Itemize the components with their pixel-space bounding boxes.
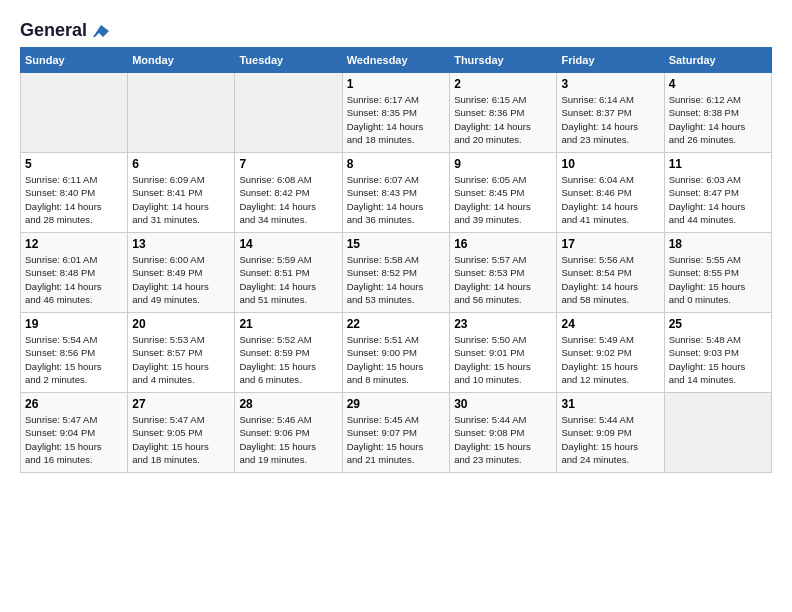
calendar-table: SundayMondayTuesdayWednesdayThursdayFrid…: [20, 47, 772, 473]
day-info: Sunrise: 6:00 AM Sunset: 8:49 PM Dayligh…: [132, 253, 230, 306]
header-row: SundayMondayTuesdayWednesdayThursdayFrid…: [21, 48, 772, 73]
day-number: 7: [239, 157, 337, 171]
day-info: Sunrise: 5:56 AM Sunset: 8:54 PM Dayligh…: [561, 253, 659, 306]
day-number: 29: [347, 397, 445, 411]
day-info: Sunrise: 6:11 AM Sunset: 8:40 PM Dayligh…: [25, 173, 123, 226]
day-cell-4: 4Sunrise: 6:12 AM Sunset: 8:38 PM Daylig…: [664, 73, 771, 153]
empty-cell: [128, 73, 235, 153]
day-cell-9: 9Sunrise: 6:05 AM Sunset: 8:45 PM Daylig…: [450, 153, 557, 233]
day-cell-28: 28Sunrise: 5:46 AM Sunset: 9:06 PM Dayli…: [235, 393, 342, 473]
day-number: 4: [669, 77, 767, 91]
day-header-friday: Friday: [557, 48, 664, 73]
day-info: Sunrise: 5:51 AM Sunset: 9:00 PM Dayligh…: [347, 333, 445, 386]
day-info: Sunrise: 5:49 AM Sunset: 9:02 PM Dayligh…: [561, 333, 659, 386]
day-cell-31: 31Sunrise: 5:44 AM Sunset: 9:09 PM Dayli…: [557, 393, 664, 473]
day-cell-25: 25Sunrise: 5:48 AM Sunset: 9:03 PM Dayli…: [664, 313, 771, 393]
day-info: Sunrise: 6:05 AM Sunset: 8:45 PM Dayligh…: [454, 173, 552, 226]
day-cell-1: 1Sunrise: 6:17 AM Sunset: 8:35 PM Daylig…: [342, 73, 449, 153]
day-cell-20: 20Sunrise: 5:53 AM Sunset: 8:57 PM Dayli…: [128, 313, 235, 393]
day-info: Sunrise: 6:09 AM Sunset: 8:41 PM Dayligh…: [132, 173, 230, 226]
day-number: 13: [132, 237, 230, 251]
day-info: Sunrise: 6:01 AM Sunset: 8:48 PM Dayligh…: [25, 253, 123, 306]
day-cell-21: 21Sunrise: 5:52 AM Sunset: 8:59 PM Dayli…: [235, 313, 342, 393]
day-number: 20: [132, 317, 230, 331]
day-number: 19: [25, 317, 123, 331]
day-cell-14: 14Sunrise: 5:59 AM Sunset: 8:51 PM Dayli…: [235, 233, 342, 313]
day-info: Sunrise: 6:03 AM Sunset: 8:47 PM Dayligh…: [669, 173, 767, 226]
empty-cell: [21, 73, 128, 153]
day-header-saturday: Saturday: [664, 48, 771, 73]
day-cell-13: 13Sunrise: 6:00 AM Sunset: 8:49 PM Dayli…: [128, 233, 235, 313]
day-info: Sunrise: 5:44 AM Sunset: 9:09 PM Dayligh…: [561, 413, 659, 466]
day-number: 21: [239, 317, 337, 331]
day-number: 9: [454, 157, 552, 171]
day-info: Sunrise: 5:58 AM Sunset: 8:52 PM Dayligh…: [347, 253, 445, 306]
day-number: 15: [347, 237, 445, 251]
empty-cell: [664, 393, 771, 473]
day-info: Sunrise: 5:59 AM Sunset: 8:51 PM Dayligh…: [239, 253, 337, 306]
day-info: Sunrise: 6:07 AM Sunset: 8:43 PM Dayligh…: [347, 173, 445, 226]
day-number: 3: [561, 77, 659, 91]
day-cell-15: 15Sunrise: 5:58 AM Sunset: 8:52 PM Dayli…: [342, 233, 449, 313]
day-info: Sunrise: 5:54 AM Sunset: 8:56 PM Dayligh…: [25, 333, 123, 386]
day-cell-18: 18Sunrise: 5:55 AM Sunset: 8:55 PM Dayli…: [664, 233, 771, 313]
day-cell-5: 5Sunrise: 6:11 AM Sunset: 8:40 PM Daylig…: [21, 153, 128, 233]
day-number: 2: [454, 77, 552, 91]
week-row-1: 1Sunrise: 6:17 AM Sunset: 8:35 PM Daylig…: [21, 73, 772, 153]
day-number: 28: [239, 397, 337, 411]
day-number: 31: [561, 397, 659, 411]
logo-bird-icon: [89, 23, 111, 39]
day-cell-23: 23Sunrise: 5:50 AM Sunset: 9:01 PM Dayli…: [450, 313, 557, 393]
day-number: 18: [669, 237, 767, 251]
day-number: 25: [669, 317, 767, 331]
day-number: 12: [25, 237, 123, 251]
day-number: 24: [561, 317, 659, 331]
day-number: 1: [347, 77, 445, 91]
day-cell-22: 22Sunrise: 5:51 AM Sunset: 9:00 PM Dayli…: [342, 313, 449, 393]
day-cell-6: 6Sunrise: 6:09 AM Sunset: 8:41 PM Daylig…: [128, 153, 235, 233]
week-row-2: 5Sunrise: 6:11 AM Sunset: 8:40 PM Daylig…: [21, 153, 772, 233]
day-cell-2: 2Sunrise: 6:15 AM Sunset: 8:36 PM Daylig…: [450, 73, 557, 153]
day-info: Sunrise: 6:15 AM Sunset: 8:36 PM Dayligh…: [454, 93, 552, 146]
week-row-4: 19Sunrise: 5:54 AM Sunset: 8:56 PM Dayli…: [21, 313, 772, 393]
day-cell-3: 3Sunrise: 6:14 AM Sunset: 8:37 PM Daylig…: [557, 73, 664, 153]
day-number: 22: [347, 317, 445, 331]
day-header-wednesday: Wednesday: [342, 48, 449, 73]
logo: General: [20, 20, 111, 37]
day-number: 16: [454, 237, 552, 251]
logo-text-general: General: [20, 20, 87, 41]
day-number: 8: [347, 157, 445, 171]
svg-marker-0: [93, 25, 109, 37]
day-header-thursday: Thursday: [450, 48, 557, 73]
day-number: 17: [561, 237, 659, 251]
day-number: 6: [132, 157, 230, 171]
day-cell-8: 8Sunrise: 6:07 AM Sunset: 8:43 PM Daylig…: [342, 153, 449, 233]
day-number: 5: [25, 157, 123, 171]
day-info: Sunrise: 6:08 AM Sunset: 8:42 PM Dayligh…: [239, 173, 337, 226]
day-info: Sunrise: 6:14 AM Sunset: 8:37 PM Dayligh…: [561, 93, 659, 146]
day-cell-27: 27Sunrise: 5:47 AM Sunset: 9:05 PM Dayli…: [128, 393, 235, 473]
day-cell-30: 30Sunrise: 5:44 AM Sunset: 9:08 PM Dayli…: [450, 393, 557, 473]
day-number: 26: [25, 397, 123, 411]
day-number: 23: [454, 317, 552, 331]
day-cell-19: 19Sunrise: 5:54 AM Sunset: 8:56 PM Dayli…: [21, 313, 128, 393]
empty-cell: [235, 73, 342, 153]
day-info: Sunrise: 5:45 AM Sunset: 9:07 PM Dayligh…: [347, 413, 445, 466]
day-info: Sunrise: 5:48 AM Sunset: 9:03 PM Dayligh…: [669, 333, 767, 386]
day-info: Sunrise: 6:04 AM Sunset: 8:46 PM Dayligh…: [561, 173, 659, 226]
day-cell-16: 16Sunrise: 5:57 AM Sunset: 8:53 PM Dayli…: [450, 233, 557, 313]
day-info: Sunrise: 5:52 AM Sunset: 8:59 PM Dayligh…: [239, 333, 337, 386]
day-header-tuesday: Tuesday: [235, 48, 342, 73]
day-cell-24: 24Sunrise: 5:49 AM Sunset: 9:02 PM Dayli…: [557, 313, 664, 393]
day-cell-17: 17Sunrise: 5:56 AM Sunset: 8:54 PM Dayli…: [557, 233, 664, 313]
day-info: Sunrise: 5:50 AM Sunset: 9:01 PM Dayligh…: [454, 333, 552, 386]
day-cell-11: 11Sunrise: 6:03 AM Sunset: 8:47 PM Dayli…: [664, 153, 771, 233]
day-cell-12: 12Sunrise: 6:01 AM Sunset: 8:48 PM Dayli…: [21, 233, 128, 313]
day-header-sunday: Sunday: [21, 48, 128, 73]
day-info: Sunrise: 6:12 AM Sunset: 8:38 PM Dayligh…: [669, 93, 767, 146]
day-info: Sunrise: 6:17 AM Sunset: 8:35 PM Dayligh…: [347, 93, 445, 146]
day-number: 14: [239, 237, 337, 251]
day-info: Sunrise: 5:57 AM Sunset: 8:53 PM Dayligh…: [454, 253, 552, 306]
day-header-monday: Monday: [128, 48, 235, 73]
day-number: 27: [132, 397, 230, 411]
